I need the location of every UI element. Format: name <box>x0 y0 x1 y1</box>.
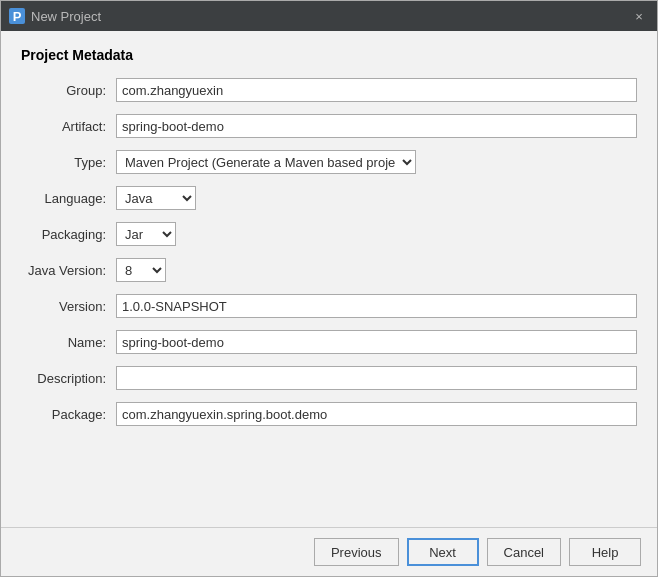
package-row: Package: <box>21 401 637 427</box>
language-select[interactable]: Java Kotlin Groovy <box>116 186 196 210</box>
group-row: Group: <box>21 77 637 103</box>
language-row: Language: Java Kotlin Groovy <box>21 185 637 211</box>
version-label: Version: <box>21 299 116 314</box>
language-control: Java Kotlin Groovy <box>116 186 637 210</box>
package-input[interactable] <box>116 402 637 426</box>
description-control <box>116 366 637 390</box>
language-label: Language: <box>21 191 116 206</box>
artifact-input[interactable] <box>116 114 637 138</box>
packaging-row: Packaging: Jar War <box>21 221 637 247</box>
artifact-control <box>116 114 637 138</box>
artifact-label: Artifact: <box>21 119 116 134</box>
help-button[interactable]: Help <box>569 538 641 566</box>
app-icon: P <box>9 8 25 24</box>
previous-button[interactable]: Previous <box>314 538 399 566</box>
version-row: Version: <box>21 293 637 319</box>
section-title: Project Metadata <box>21 47 637 63</box>
package-control <box>116 402 637 426</box>
packaging-control: Jar War <box>116 222 637 246</box>
close-button[interactable]: × <box>629 6 649 26</box>
dialog-title: New Project <box>31 9 101 24</box>
name-row: Name: <box>21 329 637 355</box>
java-version-control: 8 11 17 <box>116 258 637 282</box>
name-control <box>116 330 637 354</box>
title-bar: P New Project × <box>1 1 657 31</box>
dialog-footer: Previous Next Cancel Help <box>1 527 657 576</box>
description-row: Description: <box>21 365 637 391</box>
type-select[interactable]: Maven Project (Generate a Maven based pr… <box>116 150 416 174</box>
java-version-select[interactable]: 8 11 17 <box>116 258 166 282</box>
title-bar-left: P New Project <box>9 8 101 24</box>
version-input[interactable] <box>116 294 637 318</box>
group-control <box>116 78 637 102</box>
packaging-label: Packaging: <box>21 227 116 242</box>
java-version-row: Java Version: 8 11 17 <box>21 257 637 283</box>
java-version-label: Java Version: <box>21 263 116 278</box>
next-button[interactable]: Next <box>407 538 479 566</box>
name-input[interactable] <box>116 330 637 354</box>
cancel-button[interactable]: Cancel <box>487 538 561 566</box>
name-label: Name: <box>21 335 116 350</box>
description-label: Description: <box>21 371 116 386</box>
version-control <box>116 294 637 318</box>
description-input[interactable] <box>116 366 637 390</box>
type-row: Type: Maven Project (Generate a Maven ba… <box>21 149 637 175</box>
artifact-row: Artifact: <box>21 113 637 139</box>
package-label: Package: <box>21 407 116 422</box>
new-project-dialog: P New Project × Project Metadata Group: … <box>0 0 658 577</box>
dialog-content: Project Metadata Group: Artifact: Type: … <box>1 31 657 527</box>
group-label: Group: <box>21 83 116 98</box>
group-input[interactable] <box>116 78 637 102</box>
type-label: Type: <box>21 155 116 170</box>
type-control: Maven Project (Generate a Maven based pr… <box>116 150 637 174</box>
packaging-select[interactable]: Jar War <box>116 222 176 246</box>
